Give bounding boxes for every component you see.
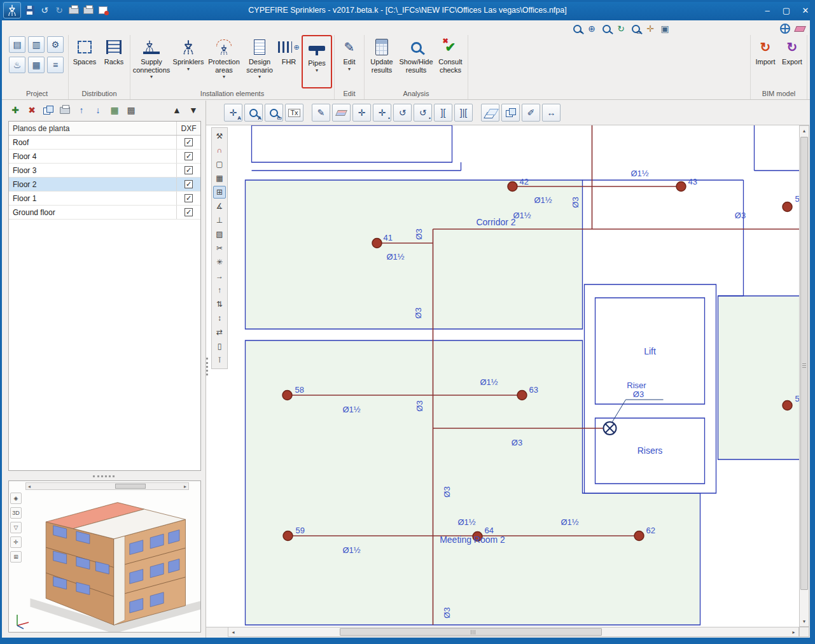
zoom-window2-icon[interactable]: ▭ <box>265 104 283 122</box>
move-icon[interactable]: ✛ <box>352 104 371 122</box>
sprinkler-node[interactable] <box>283 531 293 541</box>
print-settings-icon[interactable] <box>82 4 95 17</box>
section-icon[interactable]: ▽ <box>10 522 22 533</box>
undo-icon[interactable]: ↺ <box>38 4 51 17</box>
slider-left-icon[interactable]: ◂ <box>26 484 32 489</box>
star-icon[interactable]: ✳ <box>213 256 226 269</box>
swap-vertical-icon[interactable]: ⇅ <box>213 298 226 311</box>
print-icon[interactable] <box>67 4 80 17</box>
wrench-icon[interactable]: ⚒ <box>213 130 226 143</box>
scroll-right-button[interactable]: ▸ <box>789 627 798 636</box>
column-icon[interactable]: ▯ <box>213 340 226 353</box>
extend-icon[interactable]: ]|[ <box>454 104 473 122</box>
scroll-down-button[interactable]: ▾ <box>800 617 809 626</box>
move-down-icon[interactable]: ↓ <box>91 103 105 117</box>
sprinkler-small-icon[interactable]: ♨ <box>9 57 25 73</box>
arrow-up-icon[interactable]: ↑ <box>213 284 226 297</box>
scissors-icon[interactable]: ✂ <box>213 242 226 255</box>
sprinklers-button[interactable]: Sprinklers ▾ <box>172 35 205 86</box>
floor-row-floor-4[interactable]: Floor 4✓ <box>9 150 200 164</box>
viewer-3d[interactable]: ◂ ▸ ◈3D▽✛⊞ <box>8 480 201 633</box>
resize-icon[interactable]: ↕ <box>213 312 226 325</box>
minimize-button[interactable]: – <box>758 2 777 18</box>
frame-icon[interactable]: ▣ <box>658 22 671 35</box>
rotate-node-icon[interactable]: ↺▪ <box>414 104 432 122</box>
rectangle-icon[interactable]: ▢ <box>213 158 226 171</box>
add-plan-icon[interactable]: ✚ <box>8 103 22 117</box>
sprinkler-node[interactable] <box>517 391 527 400</box>
angle-icon[interactable]: ∡ <box>213 200 226 213</box>
rack-small-icon[interactable]: ▦ <box>28 57 45 73</box>
sprinkler-node[interactable] <box>282 391 292 400</box>
update-results-button[interactable]: Update results <box>366 35 397 86</box>
layers-3d-icon[interactable]: ⊞ <box>10 551 22 563</box>
floor-row-floor-3[interactable]: Floor 3✓ <box>9 164 200 178</box>
slider-right-icon[interactable]: ▸ <box>182 484 188 489</box>
viewer-3d-slider[interactable]: ◂ ▸ <box>25 482 189 490</box>
export-button[interactable]: ↻ Export <box>779 35 805 86</box>
close-file-icon[interactable] <box>97 4 109 17</box>
sprinkler-node[interactable] <box>783 202 792 212</box>
spaces-button[interactable]: Spaces <box>71 35 99 86</box>
edit-button[interactable]: ✎ Edit ▾ <box>337 35 362 86</box>
floor-plan-canvas[interactable]: Ø1½4243Ø1½Ø3Ø1½Ø3Corridor 241Ø1½Ø3Ø3Ø1½5… <box>206 125 799 627</box>
pan-icon[interactable]: ✛ <box>644 22 657 35</box>
dxf-checkbox[interactable]: ✓ <box>185 138 193 146</box>
edit-pencil-icon[interactable]: ✎ <box>312 104 330 122</box>
view-3d-icon[interactable]: 3D <box>10 507 22 519</box>
zoom-in-icon[interactable]: + <box>571 22 583 35</box>
dxf-checkbox[interactable]: ✓ <box>185 166 193 174</box>
dxf-checkbox[interactable]: ✓ <box>185 152 193 160</box>
panel-splitter[interactable] <box>2 473 205 480</box>
import-button[interactable]: ↻ Import <box>753 35 778 86</box>
show-hide-results-button[interactable]: Show/Hide results <box>398 35 434 86</box>
dxf-checkbox[interactable]: ✓ <box>185 208 193 216</box>
horizontal-scroll-track[interactable] <box>238 627 789 636</box>
close-button[interactable]: ✕ <box>796 2 815 18</box>
building-3d-view[interactable] <box>23 490 201 633</box>
export-dxf-icon[interactable]: ▩ <box>124 103 138 117</box>
supply-connections-button[interactable]: Supply connections ▾ <box>132 35 171 86</box>
pipes-button[interactable]: Pipes ▾ <box>303 36 331 87</box>
move-node-icon[interactable]: ✛▪ <box>373 104 391 122</box>
snap-icon[interactable]: ⊞ <box>213 186 226 199</box>
brush-icon[interactable]: ✐ <box>522 104 540 122</box>
protection-areas-button[interactable]: Protection areas ▾ <box>206 35 242 86</box>
swap-horizontal-icon[interactable]: ⇄ <box>213 326 226 339</box>
text-box-icon[interactable]: Tx <box>285 104 303 122</box>
sprinkler-node[interactable] <box>783 401 792 410</box>
slider-thumb[interactable] <box>115 484 146 489</box>
dxf-checkbox[interactable]: ✓ <box>185 180 193 188</box>
expand-down-icon[interactable]: ▼ <box>186 103 200 117</box>
vertical-scroll-thumb[interactable] <box>800 137 808 590</box>
eraser-icon[interactable] <box>332 104 351 122</box>
globe-icon[interactable] <box>779 22 791 35</box>
consult-checks-button[interactable]: ✔✖ Consult checks <box>435 35 466 86</box>
zoom-out-icon[interactable]: - <box>600 22 613 35</box>
app-logo-icon[interactable] <box>3 2 21 18</box>
measure-icon[interactable]: ↔ <box>542 104 561 122</box>
floor-row-floor-2[interactable]: Floor 2✓ <box>9 178 200 192</box>
grid-icon[interactable]: ▦ <box>213 172 226 185</box>
orbit-icon[interactable]: ◈ <box>10 493 22 504</box>
sprinkler-node[interactable] <box>676 182 686 192</box>
pin-icon[interactable]: ⊺ <box>213 354 226 367</box>
design-scenario-button[interactable]: Design scenario ▾ <box>243 35 276 86</box>
scroll-up-button[interactable]: ▴ <box>800 126 809 136</box>
settings-gear-icon[interactable]: ⚙ <box>47 36 64 53</box>
report-list-icon[interactable]: ≡ <box>47 57 64 73</box>
vertical-scrollbar[interactable]: ▴ ▾ <box>799 125 809 627</box>
floor-row-roof[interactable]: Roof✓ <box>9 136 200 150</box>
canvas-splitter[interactable] <box>206 358 210 375</box>
print-plans-icon[interactable] <box>58 103 72 117</box>
sprinkler-node[interactable] <box>372 239 382 248</box>
pan-3d-icon[interactable]: ✛ <box>10 536 22 548</box>
maximize-button[interactable]: ▢ <box>777 2 796 18</box>
redraw-icon[interactable]: ↻ <box>615 22 627 35</box>
racks-button[interactable]: Racks <box>100 35 128 86</box>
perpendicular-icon[interactable]: ⊥ <box>213 214 226 227</box>
redo-icon[interactable]: ↻ <box>53 4 66 17</box>
horizontal-scrollbar[interactable]: ◂ ▸ <box>228 627 799 637</box>
sprinkler-node[interactable] <box>508 182 517 192</box>
zoom-text-icon[interactable]: A <box>244 104 263 122</box>
